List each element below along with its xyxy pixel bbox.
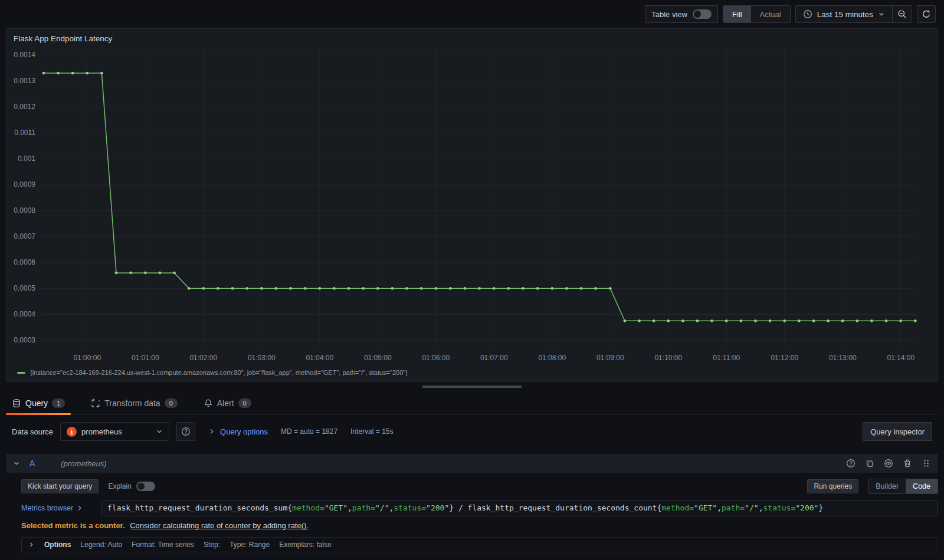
latency-chart[interactable]: 0.00140.00130.00120.00110.0010.00090.000… [10, 45, 933, 368]
tab-query-label: Query [25, 398, 48, 408]
svg-text:01:04:00: 01:04:00 [306, 354, 333, 362]
code-mode-button[interactable]: Code [906, 479, 938, 493]
svg-text:0.0013: 0.0013 [14, 77, 35, 85]
tab-transform-data[interactable]: Transform data 0 [85, 391, 183, 414]
interval-text: Interval = 15s [350, 427, 393, 436]
tab-query-count: 1 [52, 398, 65, 408]
svg-text:01:03:00: 01:03:00 [248, 354, 276, 362]
datasource-row: Data source prometheus Query options MD … [0, 419, 944, 444]
svg-text:01:12:00: 01:12:00 [771, 354, 798, 362]
kick-start-query-button[interactable]: Kick start your query [21, 479, 99, 493]
time-range-picker[interactable]: Last 15 minutes [796, 6, 892, 22]
svg-text:0.0012: 0.0012 [14, 103, 35, 111]
query-action-icons [846, 459, 931, 468]
tab-query[interactable]: Query 1 [6, 391, 71, 414]
svg-text:01:08:00: 01:08:00 [538, 354, 566, 362]
hide-query-icon[interactable] [884, 459, 893, 468]
refresh-button[interactable] [917, 5, 936, 23]
warning-text: Selected metric is a counter. [21, 521, 125, 530]
query-help-icon[interactable] [846, 459, 856, 468]
tab-alert[interactable]: Alert 0 [198, 391, 257, 414]
svg-text:0.0005: 0.0005 [14, 284, 35, 292]
query-options[interactable]: Query options MD = auto = 1827 Interval … [208, 427, 393, 436]
option-exemplars: Exemplars: false [279, 541, 332, 549]
prometheus-icon [67, 427, 77, 437]
svg-text:0.0007: 0.0007 [14, 232, 35, 241]
max-data-points-text: MD = auto = 1827 [281, 427, 337, 436]
option-format: Format: Time series [132, 541, 194, 549]
legend-series-label[interactable]: {instance="ec2-184-169-216-224.us-west-1… [30, 369, 408, 376]
query-options-label[interactable]: Query options [220, 427, 268, 436]
query-inspector-button[interactable]: Query inspector [863, 422, 932, 441]
datasource-value: prometheus [81, 427, 151, 436]
promql-query-input[interactable]: flask_http_request_duration_seconds_sum{… [101, 500, 938, 516]
fill-button[interactable]: Fill [723, 6, 751, 22]
svg-text:0.0014: 0.0014 [14, 51, 35, 59]
chevron-right-icon [76, 505, 83, 512]
datasource-help-button[interactable] [176, 422, 195, 441]
drag-handle-icon[interactable] [922, 459, 931, 468]
svg-text:0.0009: 0.0009 [14, 180, 35, 189]
svg-text:01:09:00: 01:09:00 [596, 354, 624, 362]
tab-alert-count: 0 [238, 398, 251, 408]
bell-icon [204, 398, 213, 408]
datasource-select[interactable]: prometheus [60, 422, 169, 441]
fill-actual-switch: Fill Actual [723, 5, 791, 23]
svg-text:01:02:00: 01:02:00 [189, 354, 217, 362]
zoom-out-icon [897, 9, 907, 19]
promql-editor-row: Metrics browser flask_http_request_durat… [21, 500, 938, 516]
chevron-down-icon [878, 11, 885, 18]
svg-text:0.0004: 0.0004 [14, 310, 35, 318]
builder-mode-button[interactable]: Builder [868, 479, 906, 493]
zoom-out-button[interactable] [893, 6, 912, 22]
database-icon [12, 398, 21, 408]
top-toolbar: Table view Fill Actual Last 15 minutes [0, 0, 944, 28]
query-datasource-hint: (prometheus) [61, 459, 106, 468]
time-range-label: Last 15 minutes [817, 10, 873, 19]
time-picker-group: Last 15 minutes [795, 5, 912, 23]
chevron-right-icon [208, 428, 215, 435]
svg-text:01:01:00: 01:01:00 [132, 354, 159, 362]
options-row[interactable]: Options Legend: Auto Format: Time series… [21, 537, 938, 552]
chevron-right-icon [28, 541, 35, 548]
explain-label: Explain [108, 482, 131, 490]
actual-button[interactable]: Actual [751, 6, 790, 22]
chevron-down-icon [156, 428, 163, 435]
editor-tabs: Query 1 Transform data 0 Alert 0 [6, 391, 938, 415]
chevron-down-icon[interactable] [13, 460, 20, 467]
svg-text:01:13:00: 01:13:00 [829, 354, 857, 362]
table-view-toggle[interactable] [693, 9, 712, 19]
panel-splitter [0, 382, 944, 391]
svg-text:01:05:00: 01:05:00 [364, 354, 392, 362]
svg-text:01:14:00: 01:14:00 [887, 354, 914, 362]
tab-alert-label: Alert [217, 398, 234, 408]
table-view-control: Table view [645, 5, 718, 23]
duplicate-query-icon[interactable] [865, 459, 874, 468]
query-toolbar-row: Kick start your query Explain Run querie… [21, 479, 938, 494]
delete-query-icon[interactable] [903, 459, 912, 468]
svg-text:0.0008: 0.0008 [14, 206, 35, 215]
datasource-label: Data source [12, 427, 53, 436]
run-queries-button[interactable]: Run queries [807, 479, 858, 493]
tab-transform-count: 0 [165, 398, 178, 408]
query-ref-id[interactable]: A [30, 459, 35, 468]
query-a-header[interactable]: A (prometheus) [6, 454, 938, 473]
svg-text:0.001: 0.001 [18, 154, 35, 163]
transform-icon [91, 398, 100, 408]
help-icon [181, 427, 191, 436]
svg-text:0.0003: 0.0003 [14, 336, 35, 344]
svg-text:0.0006: 0.0006 [14, 258, 35, 266]
add-rate-link[interactable]: Consider calculating rate of counter by … [130, 521, 309, 530]
query-editor-body: Kick start your query Explain Run querie… [0, 473, 944, 552]
panel-title: Flask App Endpoint Latency [6, 29, 938, 45]
explain-control: Explain [108, 482, 155, 491]
svg-text:01:00:00: 01:00:00 [73, 354, 101, 362]
svg-text:01:10:00: 01:10:00 [654, 354, 682, 362]
builder-code-switch: Builder Code [868, 479, 938, 494]
svg-text:01:06:00: 01:06:00 [422, 354, 450, 362]
chart-legend: {instance="ec2-184-169-216-224.us-west-1… [6, 369, 938, 376]
metrics-browser-button[interactable]: Metrics browser [21, 500, 101, 516]
explain-toggle[interactable] [136, 482, 155, 491]
panel-resize-handle[interactable] [422, 386, 522, 388]
option-type: Type: Range [230, 541, 270, 549]
